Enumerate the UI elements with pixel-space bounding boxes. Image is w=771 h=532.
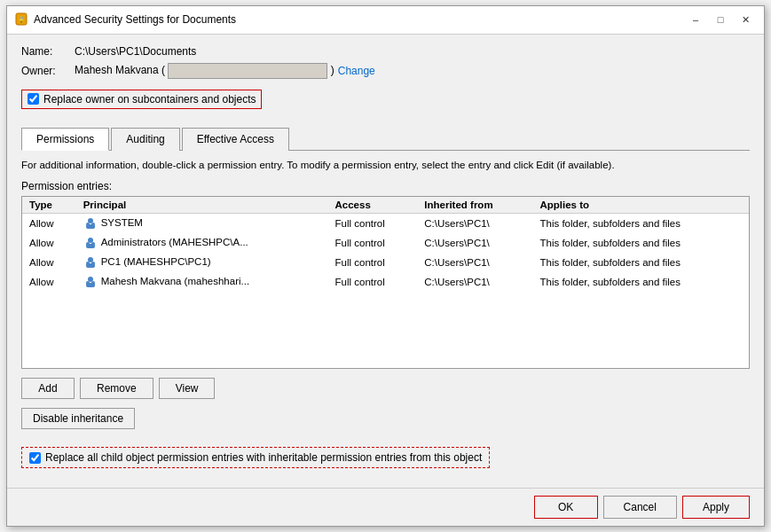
cell-applies-to: This folder, subfolders and files [532,272,749,292]
owner-row: Owner: Mahesh Makvana ( ) Change [21,63,750,79]
ok-button[interactable]: OK [534,496,598,519]
cell-applies-to: This folder, subfolders and files [532,253,749,272]
remove-button[interactable]: Remove [80,378,153,399]
permission-table-container: Type Principal Access Inherited from App… [21,196,750,369]
svg-point-5 [91,223,95,226]
cell-inherited-from: C:\Users\PC1\ [417,233,532,253]
cell-access: Full control [328,214,418,234]
cancel-button[interactable]: Cancel [603,496,677,519]
col-type: Type [22,197,76,214]
permissions-info-text: For additional information, double-click… [21,158,750,173]
cell-access: Full control [328,233,418,253]
col-applies-to: Applies to [532,197,749,214]
table-header-row: Type Principal Access Inherited from App… [22,197,749,214]
svg-point-9 [91,242,95,246]
svg-point-6 [88,238,93,243]
cell-applies-to: This folder, subfolders and files [532,214,749,234]
cell-principal: Mahesh Makvana (maheshhari... [76,272,328,292]
cell-access: Full control [328,272,418,292]
owner-input-box [168,63,327,79]
cell-applies-to: This folder, subfolders and files [532,233,749,253]
shield-icon: 🔒 [14,12,28,27]
svg-point-12 [86,262,90,265]
title-bar-controls: – □ ✕ [684,11,757,28]
dialog-content: Name: C:\Users\PC1\Documents Owner: Mahe… [7,35,764,488]
svg-point-14 [88,277,93,282]
cell-inherited-from: C:\Users\PC1\ [417,214,532,234]
col-access: Access [328,197,418,214]
cell-principal: SYSTEM [76,214,328,234]
add-button[interactable]: Add [21,378,75,399]
owner-value: Mahesh Makvana ( ) [75,63,334,79]
cell-type: Allow [22,233,76,253]
svg-point-8 [86,242,90,246]
cell-access: Full control [328,253,418,272]
cell-principal: PC1 (MAHESHPC\PC1) [76,253,328,272]
close-button[interactable]: ✕ [734,11,757,28]
col-inherited-from: Inherited from [417,197,532,214]
permission-entries-label: Permission entries: [21,180,750,192]
maximize-button[interactable]: □ [709,11,732,28]
tab-bar: Permissions Auditing Effective Access [21,127,750,151]
cell-principal: Administrators (MAHESHPC\A... [76,233,328,253]
table-row[interactable]: Allow Administrators (MAHESHPC\A... Full… [22,233,749,253]
cell-type: Allow [22,214,76,234]
replace-child-checkbox-label[interactable]: Replace all child object permission entr… [21,447,490,468]
permissions-table: Type Principal Access Inherited from App… [22,197,749,292]
cell-type: Allow [22,253,76,272]
apply-button[interactable]: Apply [682,496,750,519]
owner-label: Owner: [21,65,75,77]
svg-text:🔒: 🔒 [17,15,26,24]
replace-owner-checkbox-label[interactable]: Replace owner on subcontainers and objec… [21,90,262,109]
name-row: Name: C:\Users\PC1\Documents [21,45,750,58]
footer-buttons: OK Cancel Apply [7,488,764,526]
table-row[interactable]: Allow SYSTEM Full control C:\Users\PC1\ … [22,214,749,234]
tab-permissions[interactable]: Permissions [21,128,109,151]
table-row[interactable]: Allow Mahesh Makvana (maheshhari... Full… [22,272,749,292]
svg-point-10 [88,257,93,262]
svg-point-2 [88,218,93,223]
action-buttons-row: Add Remove View [21,378,750,399]
svg-point-16 [86,281,90,285]
replace-owner-checkbox[interactable] [28,93,39,105]
replace-owner-label-text: Replace owner on subcontainers and objec… [43,93,256,106]
svg-point-4 [86,223,90,226]
name-label: Name: [21,45,75,58]
main-window: 🔒 Advanced Security Settings for Documen… [6,5,765,527]
replace-child-checkbox[interactable] [29,452,41,464]
col-principal: Principal [76,197,328,214]
table-row[interactable]: Allow PC1 (MAHESHPC\PC1) Full control C:… [22,253,749,272]
cell-inherited-from: C:\Users\PC1\ [417,272,532,292]
minimize-button[interactable]: – [684,11,707,28]
cell-inherited-from: C:\Users\PC1\ [417,253,532,272]
window-title: Advanced Security Settings for Documents [34,13,236,26]
view-button[interactable]: View [159,378,216,399]
change-owner-link[interactable]: Change [338,65,375,77]
disable-inheritance-button[interactable]: Disable inheritance [21,408,135,429]
name-value: C:\Users\PC1\Documents [75,45,196,58]
svg-point-13 [91,262,95,265]
tab-effective-access[interactable]: Effective Access [182,128,289,151]
tab-auditing[interactable]: Auditing [111,128,179,151]
permissions-tab-content: For additional information, double-click… [21,158,750,477]
svg-point-17 [91,281,95,285]
cell-type: Allow [22,272,76,292]
title-bar: 🔒 Advanced Security Settings for Documen… [7,6,764,35]
replace-child-label-text: Replace all child object permission entr… [45,451,482,464]
